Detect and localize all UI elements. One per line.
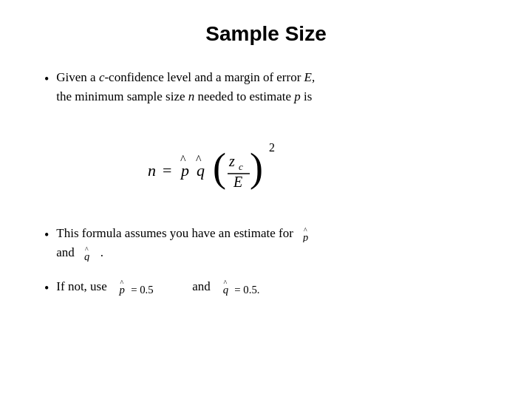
svg-text:2: 2 <box>269 141 275 154</box>
p-italic: p <box>294 89 301 103</box>
bullet-3-marker: • <box>44 279 49 299</box>
svg-text:n: n <box>148 161 156 180</box>
svg-text:E: E <box>233 174 242 190</box>
bullet-3-text-before: If not, use <box>56 279 113 293</box>
svg-text:^: ^ <box>196 153 202 166</box>
bullet-2-line1: This formula assumes you have an estimat… <box>56 226 299 240</box>
svg-text:z: z <box>228 153 235 169</box>
svg-text:q: q <box>84 250 89 262</box>
bullet-1-text-middle: -confidence level and a margin of error <box>104 70 304 84</box>
svg-text:c: c <box>239 161 243 172</box>
bullet-item-1: • Given a c-confidence level and a margi… <box>44 68 488 107</box>
svg-text:p: p <box>118 284 124 296</box>
p-hat-inline: ^ p <box>303 226 316 242</box>
svg-text:p: p <box>303 231 308 242</box>
formula-block: n = p ^ q ^ ( z c E ) 2 <box>44 135 488 202</box>
bullet-1-text-end: needed to estimate <box>194 89 294 103</box>
svg-text:q: q <box>222 284 228 296</box>
bullet-1-text-after: the minimum sample size <box>56 89 188 103</box>
bullet-2-line2-end: . <box>100 245 103 259</box>
bullet-3-text: If not, use ^ p = 0.5 and ^ q = 0.5. <box>56 277 488 296</box>
svg-text:(: ( <box>213 146 226 190</box>
formula-q-hat-0.5: ^ q = 0.5. <box>220 279 290 296</box>
main-content: • Given a c-confidence level and a margi… <box>44 68 488 299</box>
bullet-2-line2-and: and <box>56 245 81 259</box>
svg-text:=: = <box>163 161 171 180</box>
page-title: Sample Size <box>205 22 326 46</box>
svg-text:): ) <box>250 146 263 190</box>
bullet-2-text: This formula assumes you have an estimat… <box>56 224 488 263</box>
n-italic: n <box>188 89 195 103</box>
svg-text:= 0.5: = 0.5 <box>131 284 153 296</box>
bullet-item-3: • If not, use ^ p = 0.5 and ^ q = 0.5. <box>44 277 488 299</box>
formula-svg: n = p ^ q ^ ( z c E ) 2 <box>140 135 392 202</box>
bullet-2-marker: • <box>44 225 49 246</box>
formula-p-hat-0.5: ^ p = 0.5 <box>117 279 183 296</box>
bullet-1-marker: • <box>44 69 49 90</box>
bullet-1-text-final: is <box>301 89 313 103</box>
bullet-item-2: • This formula assumes you have an estim… <box>44 224 488 263</box>
svg-text:= 0.5.: = 0.5. <box>234 284 259 296</box>
bullet-1-text-before: Given a <box>56 70 99 84</box>
q-hat-inline: ^ q <box>84 245 98 262</box>
bullet-1-text: Given a c-confidence level and a margin … <box>56 68 488 107</box>
E-italic: E, <box>304 70 316 84</box>
bullet-3-text-middle: and <box>186 279 217 293</box>
svg-text:^: ^ <box>180 153 186 166</box>
